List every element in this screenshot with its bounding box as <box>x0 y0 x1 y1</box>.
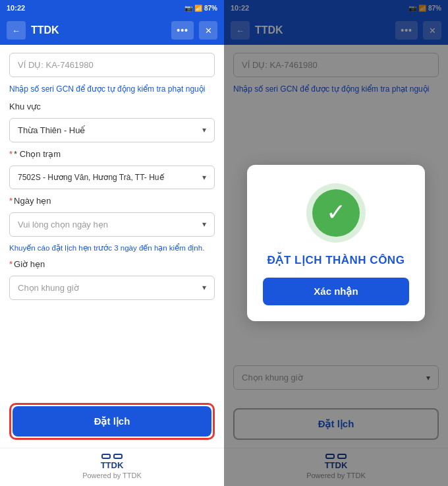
left-footer-powered: Powered by TTDK <box>82 471 142 479</box>
left-time: 10:22 <box>7 4 25 12</box>
left-seri-input[interactable]: VÍ DỤ: KA-7461980 <box>9 53 215 77</box>
left-khu-vuc-dropdown[interactable]: Thừa Thiên - Huế ▾ <box>9 118 215 142</box>
left-more-button[interactable]: ••• <box>171 21 194 40</box>
left-gio-hen-label: *Giờ hẹn <box>9 259 215 269</box>
left-nav-title: TTDK <box>31 24 166 36</box>
success-modal-overlay: ✓ ĐẶT LỊCH THÀNH CÔNG Xác nhận <box>224 0 448 486</box>
left-gio-hen-dropdown[interactable]: Chọn khung giờ ▾ <box>9 276 215 300</box>
left-advisory-text: Khuyến cáo đặt lịch hẹn trước 3 ngày đến… <box>9 243 215 253</box>
left-footer: TTDK Powered by TTDK <box>0 448 224 486</box>
gio-hen-chevron-icon: ▾ <box>202 283 206 292</box>
left-phone-panel: 10:22 📷 📶 📷 📶 87% 87% ← TTDK ••• ✕ VÍ DỤ… <box>0 0 224 486</box>
left-status-icons: 📷 📶 📷 📶 87% 87% <box>184 5 217 12</box>
left-ttdk-logo-icon <box>101 454 123 459</box>
left-chon-tram-label: ** Chọn trạm <box>9 149 215 159</box>
success-circle-inner: ✓ <box>312 189 360 237</box>
checkmark-icon: ✓ <box>326 200 346 224</box>
khu-vuc-chevron-icon: ▾ <box>202 125 206 135</box>
modal-confirm-button[interactable]: Xác nhận <box>263 278 409 305</box>
left-footer-brand: TTDK <box>101 460 124 470</box>
submit-button-wrapper: Đặt lịch <box>9 403 215 440</box>
success-circle-outer: ✓ <box>306 183 366 243</box>
left-close-button[interactable]: ✕ <box>199 21 217 40</box>
left-ngay-hen-label: *Ngày hẹn <box>9 196 215 206</box>
ngay-hen-chevron-icon: ▾ <box>202 220 206 229</box>
left-form-content: VÍ DỤ: KA-7461980 Nhập số seri GCN để đư… <box>0 45 224 448</box>
left-status-bar: 10:22 📷 📶 📷 📶 87% 87% <box>0 0 224 16</box>
left-gcn-hint: Nhập số seri GCN để được tự động kiểm tr… <box>9 84 215 95</box>
modal-success-title: ĐẶT LỊCH THÀNH CÔNG <box>267 253 405 267</box>
left-submit-button[interactable]: Đặt lịch <box>13 406 211 437</box>
right-phone-panel: 10:22 📷 📶 87% ← TTDK ••• ✕ VÍ DỤ: KA-746… <box>224 0 448 486</box>
left-ngay-hen-dropdown[interactable]: Vui lòng chọn ngày hẹn ▾ <box>9 212 215 237</box>
left-nav-bar: ← TTDK ••• ✕ <box>0 16 224 45</box>
chon-tram-chevron-icon: ▾ <box>202 173 206 182</box>
left-back-button[interactable]: ← <box>7 21 26 40</box>
left-chon-tram-dropdown[interactable]: 7502S - Hương Văn, Hương Trà, TT- Huế ▾ <box>9 166 215 189</box>
left-khu-vuc-label: Khu vực <box>9 102 215 111</box>
success-modal: ✓ ĐẶT LỊCH THÀNH CÔNG Xác nhận <box>247 165 425 321</box>
